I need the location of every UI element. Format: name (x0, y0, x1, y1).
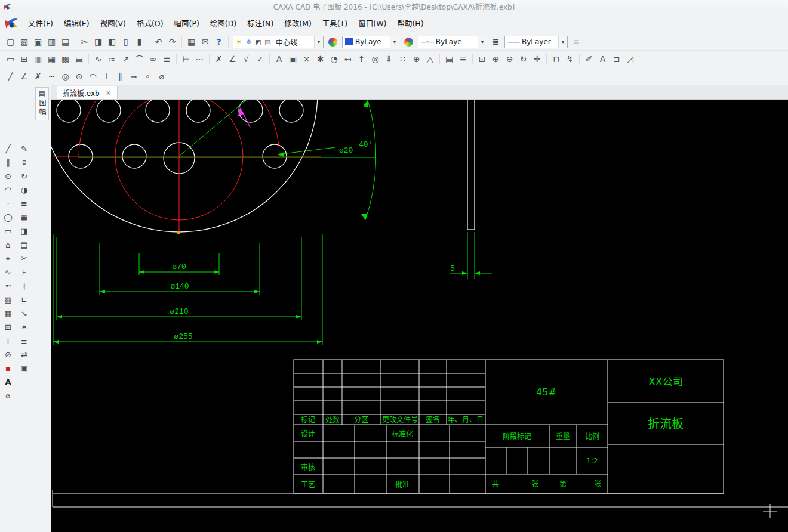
cut-icon[interactable]: ✂ (78, 35, 91, 48)
explode-entity-icon[interactable]: ✶ (17, 320, 32, 334)
tb-header-docno[interactable]: 更改文件号 (382, 415, 418, 424)
corner-icon[interactable]: ∟ (17, 293, 32, 307)
sheet-panel-tab[interactable]: ▤ 图幅 (35, 87, 49, 120)
list-icon[interactable]: ≣ (160, 52, 174, 66)
menu-dimension[interactable]: 标注(N) (242, 14, 279, 32)
tb-header-sign[interactable]: 签名 (426, 415, 440, 424)
paste-icon[interactable]: ▯ (119, 35, 133, 48)
erase-icon[interactable]: ✗ (212, 52, 226, 66)
draw-centerline-icon[interactable]: ⌖ (1, 252, 16, 265)
dimension-texts[interactable]: 40° ø20 ø70 ø140 ø210 ø255 5 (170, 140, 455, 341)
tb-material[interactable]: 45# (536, 386, 556, 398)
tb-header-mark[interactable]: 标记 (301, 416, 315, 424)
insert-plus-icon[interactable]: ⊕ (410, 52, 423, 66)
menu-help[interactable]: 帮助(H) (392, 14, 429, 32)
render-globe-icon[interactable] (404, 38, 413, 47)
parallel-icon[interactable]: ∥ (113, 70, 127, 83)
tb-page2-label[interactable]: 张 (594, 480, 601, 488)
move-icon[interactable]: ↕ (17, 156, 32, 169)
layer-settings-icon[interactable]: ▤ (263, 36, 272, 47)
dim-angle-icon[interactable]: ∠ (226, 52, 239, 66)
concentric-circles-icon[interactable]: ◎ (59, 70, 72, 83)
copy-icon[interactable]: ◨ (91, 35, 105, 48)
zoom-extents-icon[interactable]: ↻ (516, 52, 530, 66)
extend-icon[interactable]: ⊦ (17, 265, 32, 279)
cross-erase-icon[interactable]: ✗ (31, 70, 45, 83)
print-icon[interactable]: ▤ (59, 35, 72, 48)
ole-object-icon[interactable]: ✉ (198, 35, 212, 48)
stretch-icon[interactable]: ↘ (17, 307, 32, 320)
new-file-icon[interactable]: ▢ (4, 35, 17, 48)
chevron-down-icon[interactable]: ▾ (478, 36, 487, 48)
menu-edit[interactable]: 编辑(E) (59, 14, 95, 32)
mirror-icon[interactable]: ◑ (17, 183, 32, 197)
tb-weight[interactable]: 重量 (556, 432, 570, 441)
hole-icon[interactable]: ⊘ (1, 348, 16, 361)
pen-edit-icon[interactable]: ✎ (17, 142, 32, 156)
axis-line-icon[interactable]: ┄ (45, 70, 59, 83)
menu-window[interactable]: 窗口(W) (353, 14, 392, 32)
chevron-down-icon[interactable]: ▾ (314, 36, 323, 48)
insert-frame-icon[interactable]: ▦ (184, 35, 198, 48)
library-icon[interactable]: △ (423, 52, 437, 66)
stamp-icon[interactable]: ▣ (17, 361, 32, 375)
block-icon[interactable]: ⊞ (1, 320, 16, 334)
copy-with-basepoint-icon[interactable]: ◧ (105, 35, 119, 48)
linetype-combo[interactable]: —·— ByLaye ▾ (418, 36, 487, 48)
chevron-down-icon[interactable]: ▾ (558, 36, 567, 48)
tb-scale-label[interactable]: 比例 (585, 432, 599, 441)
rotate-icon[interactable]: ↻ (17, 169, 32, 183)
angular-line-icon[interactable]: ∠ (17, 70, 31, 83)
brush-style-icon[interactable]: ✐ (582, 52, 596, 66)
arc-icon[interactable]: ◠ (86, 70, 100, 83)
break-icon[interactable]: ∤ (17, 279, 32, 293)
measure-icon[interactable]: ⌀ (155, 70, 168, 83)
tb-part-name[interactable]: 折流板 (648, 417, 684, 431)
layer-visibility-icon[interactable]: ☀ (235, 36, 244, 47)
formula-icon[interactable]: ⌀ (1, 389, 16, 403)
title-block-text[interactable]: 标记 处数 分区 更改文件号 签名 年、月、日 设计 标准化 审核 工艺 批准 … (301, 376, 684, 489)
dim-140-text[interactable]: ø140 (170, 282, 189, 291)
offset-icon[interactable]: ≡ (17, 197, 32, 211)
dim-style-icon[interactable]: ⊐ (610, 52, 623, 66)
dim-70-text[interactable]: ø70 (172, 262, 186, 271)
color-combo[interactable]: ByLaye ▾ (342, 36, 399, 48)
settings-icon[interactable]: ✱ (313, 52, 327, 66)
pan-icon[interactable]: ✛ (530, 52, 544, 66)
linewidth-list-icon[interactable]: ≣ (489, 35, 503, 48)
linewidth-combo[interactable]: —— ByLayer ▾ (504, 36, 568, 48)
copy-entity-icon[interactable]: ◨ (17, 224, 32, 238)
dim-radius-icon[interactable]: √ (239, 52, 253, 66)
history-icon[interactable]: ◔ (327, 52, 341, 66)
sheet-settings-icon[interactable]: ▤ (442, 52, 456, 66)
dim-continuous-icon[interactable]: ⋯ (193, 52, 207, 66)
tangent-icon[interactable]: ⊸ (127, 70, 141, 83)
dim-angle-text[interactable]: 40° (359, 140, 373, 149)
text-icon[interactable]: A (272, 52, 286, 66)
document-tab[interactable]: 折流板.exb × (57, 86, 118, 99)
download-icon[interactable]: ⇓ (382, 52, 396, 66)
dim-210-text[interactable]: ø210 (170, 307, 188, 316)
region-fill-icon[interactable]: ▩ (1, 307, 16, 320)
table-icon[interactable]: ▤ (72, 52, 86, 66)
save-icon[interactable]: ▣ (31, 35, 45, 48)
undo-icon[interactable]: ↶ (152, 35, 165, 48)
move-up-icon[interactable]: ↑ (355, 52, 368, 66)
wave-line-icon[interactable]: ≈ (105, 52, 119, 66)
tb-approve[interactable]: 批准 (395, 480, 410, 489)
help-icon[interactable]: ? (212, 35, 226, 48)
projection-view-icon[interactable]: ▦ (45, 52, 59, 66)
perpendicular-icon[interactable]: ⊥ (100, 70, 113, 83)
ruler-icon[interactable]: ◿ (623, 52, 637, 66)
array-icon[interactable]: ▦ (17, 211, 32, 224)
check-icon[interactable]: ✓ (253, 52, 267, 66)
tb-scale-value[interactable]: 1:2 (586, 457, 598, 465)
menu-paper[interactable]: 幅面(P) (169, 14, 205, 32)
layer-freeze-icon[interactable]: ❄ (244, 36, 253, 47)
dim-thickness-text[interactable]: 5 (450, 264, 455, 273)
draw-polygon-icon[interactable]: ⌂ (1, 238, 16, 252)
fill-color-icon[interactable]: ▪ (1, 361, 16, 375)
target-icon[interactable]: ◎ (368, 52, 382, 66)
draw-arc-icon[interactable]: ◠ (1, 183, 16, 197)
menu-view[interactable]: 视图(V) (95, 14, 131, 32)
